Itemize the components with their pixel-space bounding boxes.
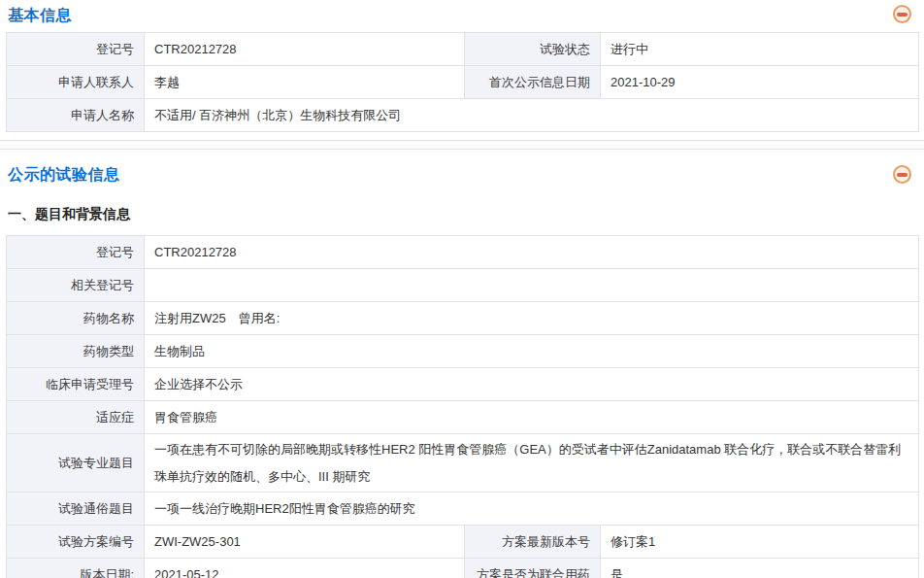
table-row: 试验方案编号ZWI-ZW25-301方案最新版本号修订案1 [7, 526, 919, 559]
title-background-table: 登记号CTR20212728相关登记号药物名称注射用ZW25 曾用名:药物类型生… [6, 235, 919, 578]
basic-info-title: 基本信息 [8, 6, 72, 26]
clinical-trial-detail-page: { "colors": { "accent_blue": "#0b70d3", … [0, 0, 924, 578]
table-row: 登记号CTR20212728试验状态进行中 [7, 33, 919, 66]
field-value: 修订案1 [601, 526, 919, 559]
field-label: 登记号 [7, 33, 145, 66]
section-divider [0, 140, 924, 150]
table-row: 版本日期:2021-05-12方案是否为联合用药是 [7, 559, 919, 578]
public-trial-info-title: 公示的试验信息 [8, 165, 120, 186]
field-label: 药物名称 [7, 302, 145, 335]
field-label: 试验方案编号 [7, 526, 145, 559]
field-label: 版本日期: [7, 559, 145, 578]
field-value: 不适用/ 百济神州（北京）生物科技有限公司 [145, 99, 919, 132]
field-value: 2021-10-29 [601, 66, 919, 99]
field-label: 首次公示信息日期 [465, 66, 601, 99]
field-label: 试验专业题目 [7, 434, 145, 493]
public-trial-info-section: 公示的试验信息 一、题目和背景信息 登记号CTR20212728相关登记号药物名… [0, 150, 924, 578]
table-row: 药物名称注射用ZW25 曾用名: [7, 302, 919, 335]
field-value: 进行中 [601, 33, 919, 66]
field-value: ZWI-ZW25-301 [145, 526, 465, 559]
field-value: 是 [601, 559, 919, 578]
field-value: 企业选择不公示 [145, 368, 919, 401]
table-row: 试验专业题目一项在患有不可切除的局部晚期或转移性HER2 阳性胃食管腺癌（GEA… [7, 434, 919, 493]
basic-info-table: 登记号CTR20212728试验状态进行中申请人联系人李越首次公示信息日期202… [6, 32, 919, 132]
collapse-minus-icon[interactable] [893, 165, 911, 184]
basic-info-header: 基本信息 [0, 0, 924, 32]
table-row: 登记号CTR20212728 [7, 236, 919, 269]
field-label: 药物类型 [7, 335, 145, 368]
field-label: 方案是否为联合用药 [465, 559, 601, 578]
field-value: CTR20212728 [145, 33, 465, 66]
field-value: 2021-05-12 [145, 559, 465, 578]
table-row: 试验通俗题目一项一线治疗晚期HER2阳性胃食管腺癌的研究 [7, 493, 919, 526]
field-label: 试验状态 [465, 33, 601, 66]
table-row: 申请人联系人李越首次公示信息日期2021-10-29 [7, 66, 919, 99]
field-label: 登记号 [7, 236, 145, 269]
field-value: 注射用ZW25 曾用名: [145, 302, 919, 335]
field-value: 一项在患有不可切除的局部晚期或转移性HER2 阳性胃食管腺癌（GEA）的受试者中… [145, 434, 919, 493]
subsection-title-background-info: 一、题目和背景信息 [8, 206, 924, 223]
table-row: 适应症胃食管腺癌 [7, 401, 919, 434]
field-value: 胃食管腺癌 [145, 401, 919, 434]
table-row: 申请人名称不适用/ 百济神州（北京）生物科技有限公司 [7, 99, 919, 132]
basic-info-section: 基本信息 登记号CTR20212728试验状态进行中申请人联系人李越首次公示信息… [0, 0, 924, 132]
field-label: 相关登记号 [7, 269, 145, 302]
table-row: 药物类型生物制品 [7, 335, 919, 368]
field-label: 申请人联系人 [7, 66, 145, 99]
field-value [145, 269, 919, 302]
table-row: 临床申请受理号企业选择不公示 [7, 368, 919, 401]
field-value: 一项一线治疗晚期HER2阳性胃食管腺癌的研究 [145, 493, 919, 526]
field-label: 申请人名称 [7, 99, 145, 132]
field-label: 试验通俗题目 [7, 493, 145, 526]
field-label: 适应症 [7, 401, 145, 434]
field-label: 临床申请受理号 [7, 368, 145, 401]
field-value: 生物制品 [145, 335, 919, 368]
public-trial-info-header: 公示的试验信息 [0, 150, 924, 197]
table-row: 相关登记号 [7, 269, 919, 302]
field-value: CTR20212728 [145, 236, 919, 269]
field-label: 方案最新版本号 [465, 526, 601, 559]
field-value: 李越 [145, 66, 465, 99]
collapse-minus-icon[interactable] [893, 5, 911, 23]
